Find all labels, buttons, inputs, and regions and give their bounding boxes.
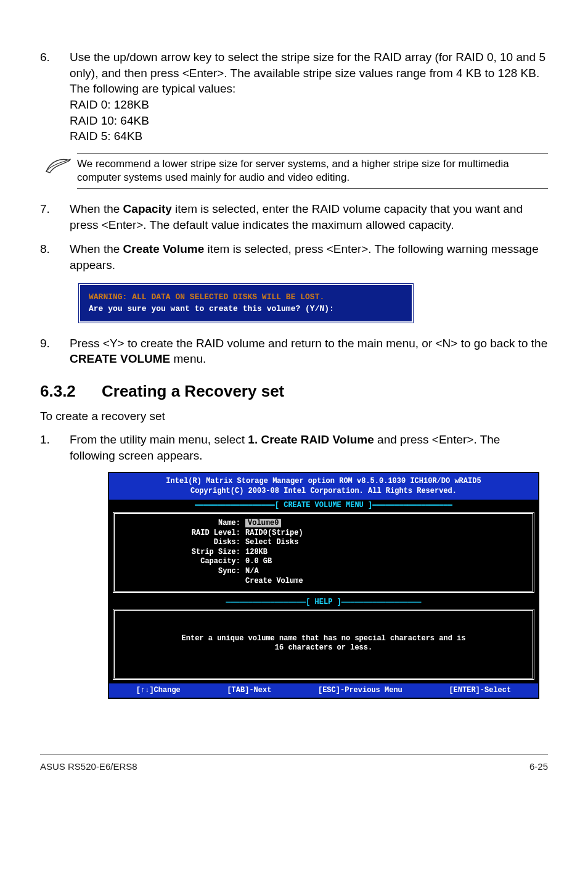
field-label: Disks: <box>122 538 245 548</box>
bold-term: Create Volume <box>123 242 205 255</box>
warning-dialog: WARNING: ALL DATA ON SELECTED DISKS WILL… <box>77 282 415 324</box>
step-number: 6. <box>40 49 70 144</box>
bios-help: Enter a unique volume name that has no s… <box>113 609 534 680</box>
help-title-bar: ══════════════════[ HELP ]══════════════… <box>109 596 538 609</box>
text: When the <box>70 242 123 255</box>
field-label: Strip Size: <box>122 548 245 558</box>
raid5-value: RAID 5: 64KB <box>70 130 142 142</box>
page-footer: ASUS RS520-E6/ERS8 6-25 <box>40 754 548 772</box>
step-text: Use the up/down arrow key to select the … <box>70 51 545 95</box>
text: When the <box>70 202 123 215</box>
text: menu. <box>170 352 206 365</box>
raid-level-value: RAID0(Stripe) <box>245 529 525 538</box>
bios-title-1: Intel(R) Matrix Storage Manager option R… <box>166 477 481 485</box>
step-body: From the utility main menu, select 1. Cr… <box>70 432 548 463</box>
step-body: Press <Y> to create the RAID volume and … <box>70 336 548 367</box>
bold-term: 1. Create RAID Volume <box>248 433 374 446</box>
field-label: Name: <box>122 519 245 529</box>
bios-title-2: Copyright(C) 2003-08 Intel Corporation. … <box>190 487 457 495</box>
step-body: When the Create Volume item is selected,… <box>70 241 548 273</box>
key-next: [TAB]-Next <box>227 686 271 696</box>
capacity-value: 0.0 GB <box>245 557 525 567</box>
spacer <box>122 577 245 587</box>
bold-term: Capacity <box>123 202 172 215</box>
help-line-2: 16 characters or less. <box>275 643 372 652</box>
warning-line: WARNING: ALL DATA ON SELECTED DISKS WILL… <box>89 291 403 303</box>
disks-value: Select Disks <box>245 538 525 548</box>
note-icon <box>40 153 77 175</box>
key-change: [↑↓]Change <box>136 686 181 696</box>
step-body: When the Capacity item is selected, ente… <box>70 201 548 233</box>
help-title-text: [ HELP ] <box>306 598 341 606</box>
step-number: 7. <box>40 201 70 233</box>
key-select: [ENTER]-Select <box>449 686 511 696</box>
field-label: Sync: <box>122 567 245 577</box>
section-heading: 6.3.2Creating a Recovery set <box>40 382 548 401</box>
bold-term: CREATE VOLUME <box>70 352 170 365</box>
key-prev: [ESC]-Previous Menu <box>318 686 402 696</box>
step-number: 9. <box>40 336 70 367</box>
bios-header: Intel(R) Matrix Storage Manager option R… <box>109 473 538 500</box>
raid10-value: RAID 10: 64KB <box>70 114 149 127</box>
step-body: Use the up/down arrow key to select the … <box>70 49 548 144</box>
divider <box>77 188 548 189</box>
bios-menu-title: ══════════════════[ CREATE VOLUME MENU ]… <box>109 500 538 512</box>
menu-title-text: [ CREATE VOLUME MENU ] <box>275 501 372 510</box>
confirm-line: Are you sure you want to create this vol… <box>89 303 403 315</box>
sync-value: N/A <box>245 567 525 577</box>
text: Press <Y> to create the RAID volume and … <box>70 337 547 350</box>
step-number: 8. <box>40 241 70 273</box>
raid0-value: RAID 0: 128KB <box>70 98 149 111</box>
field-label: Capacity: <box>122 557 245 567</box>
create-volume-action: Create Volume <box>245 577 525 587</box>
section-title: Creating a Recovery set <box>102 382 284 400</box>
name-value: Volume0 <box>245 519 281 527</box>
text: From the utility main menu, select <box>70 433 248 446</box>
footer-right: 6-25 <box>529 761 548 772</box>
bios-footer: [↑↓]Change [TAB]-Next [ESC]-Previous Men… <box>109 683 538 698</box>
bios-screenshot: Intel(R) Matrix Storage Manager option R… <box>108 472 539 699</box>
step-number: 1. <box>40 432 70 463</box>
help-line-1: Enter a unique volume name that has no s… <box>182 634 466 643</box>
field-label: RAID Level: <box>122 529 245 538</box>
intro-text: To create a recovery set <box>40 410 548 423</box>
note-text: We recommend a lower stripe size for ser… <box>77 157 548 184</box>
footer-left: ASUS RS520-E6/ERS8 <box>40 761 137 772</box>
strip-size-value: 128KB <box>245 548 525 558</box>
bios-form: Name: Volume0 RAID Level: RAID0(Stripe) … <box>113 512 534 593</box>
section-number: 6.3.2 <box>40 382 102 401</box>
divider <box>77 153 548 154</box>
